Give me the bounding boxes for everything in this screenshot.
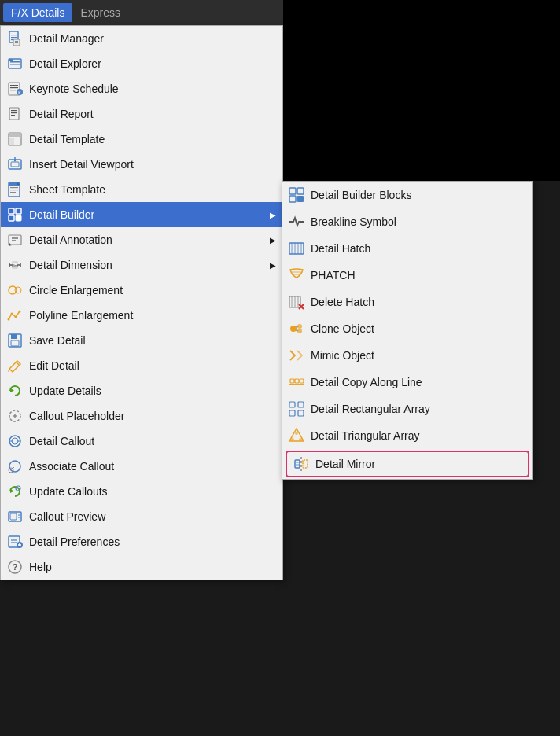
menu-item-callout-placeholder-label: Callout Placeholder — [29, 410, 276, 422]
menu-item-insert-detail-viewport[interactable]: Insert Detail Viewport — [1, 152, 282, 177]
svg-text:dim: dim — [12, 263, 18, 268]
hatch-icon — [287, 239, 306, 258]
detail-annotation-arrow: ▶ — [270, 236, 276, 245]
svg-rect-56 — [11, 334, 17, 339]
svg-rect-86 — [297, 188, 304, 194]
explorer-icon — [6, 54, 24, 73]
submenu-item-detail-triangular-array[interactable]: Detail Triangular Array — [282, 422, 532, 449]
blocks-icon — [287, 186, 306, 204]
svg-point-48 — [15, 287, 21, 293]
submenu-item-detail-rectangular-array[interactable]: Detail Rectangular Array — [282, 396, 532, 422]
menu-item-detail-callout[interactable]: Detail Callout — [1, 429, 282, 454]
submenu-item-detail-copy-along-line[interactable]: Detail Copy Along Line — [282, 369, 532, 396]
menu-bar: F/X Details Express — [0, 0, 283, 25]
menu-item-callout-preview[interactable]: Callout Preview — [1, 504, 282, 529]
rect-array-icon — [287, 399, 306, 418]
menu-item-detail-preferences-label: Detail Preferences — [29, 535, 276, 548]
svg-rect-8 — [10, 61, 20, 63]
update-callouts-icon — [6, 482, 24, 501]
submenu-item-detail-hatch[interactable]: Detail Hatch — [282, 235, 532, 262]
menu-item-edit-detail-label: Edit Detail — [29, 359, 276, 372]
svg-rect-120 — [295, 460, 300, 468]
menu-item-keynote-schedule[interactable]: K Keynote Schedule — [1, 76, 282, 101]
menu-item-associate-callout-label: Associate Callout — [29, 460, 276, 473]
svg-marker-71 — [10, 489, 14, 493]
menu-item-callout-preview-label: Callout Preview — [29, 510, 276, 523]
svg-rect-12 — [10, 85, 18, 86]
svg-rect-13 — [10, 87, 18, 88]
menu-item-edit-detail[interactable]: Edit Detail — [1, 353, 282, 378]
menubar-fx-details[interactable]: F/X Details — [3, 3, 72, 22]
detail-dimension-arrow: ▶ — [270, 261, 276, 270]
svg-point-117 — [291, 438, 294, 441]
submenu-item-breakline-symbol[interactable]: Breakline Symbol — [282, 208, 532, 235]
svg-rect-34 — [9, 208, 14, 214]
tri-array-icon — [287, 426, 306, 445]
svg-rect-38 — [9, 235, 21, 245]
svg-rect-112 — [298, 402, 304, 407]
submenu-item-delete-hatch-label: Delete Hatch — [311, 296, 374, 308]
menu-item-circle-enlargement[interactable]: Circle Enlargement — [1, 278, 282, 303]
submenu-item-detail-hatch-label: Detail Hatch — [311, 242, 370, 255]
submenu-item-phatch[interactable]: PHATCH — [282, 262, 532, 289]
menu-item-detail-report[interactable]: Detail Report — [1, 101, 282, 127]
delete-hatch-icon — [287, 293, 306, 311]
menu-item-update-callouts[interactable]: Update Callouts — [1, 479, 282, 504]
svg-text:?: ? — [13, 562, 18, 572]
menu-item-update-details-label: Update Details — [29, 385, 276, 397]
menu-item-update-callouts-label: Update Callouts — [29, 485, 276, 498]
menu-item-detail-explorer[interactable]: Detail Explorer — [1, 51, 282, 76]
svg-rect-110 — [300, 379, 304, 383]
svg-marker-60 — [10, 388, 14, 392]
svg-rect-121 — [303, 460, 308, 468]
submenu-item-mimic-object[interactable]: Mimic Object — [282, 342, 532, 369]
svg-rect-37 — [16, 215, 21, 221]
menu-item-help[interactable]: ? Help — [1, 554, 282, 580]
menu-item-polyline-enlargement[interactable]: Polyline Enlargement — [1, 303, 282, 328]
svg-rect-57 — [11, 340, 19, 346]
menu-item-update-details[interactable]: Update Details — [1, 378, 282, 403]
menu-item-detail-explorer-label: Detail Explorer — [29, 57, 276, 70]
preview-icon — [6, 507, 24, 526]
menu-item-callout-placeholder[interactable]: Callout Placeholder — [1, 403, 282, 429]
menu-item-sheet-template[interactable]: Sheet Template — [1, 177, 282, 202]
menu-item-sheet-template-label: Sheet Template — [29, 183, 276, 196]
menu-item-detail-report-label: Detail Report — [29, 108, 276, 120]
help-icon: ? — [6, 558, 24, 576]
svg-point-118 — [299, 438, 302, 441]
detail-builder-arrow: ▶ — [270, 211, 276, 219]
menu-item-save-detail[interactable]: Save Detail — [1, 328, 282, 353]
svg-point-102 — [290, 326, 297, 332]
submenu-item-detail-triangular-array-label: Detail Triangular Array — [311, 429, 420, 442]
menu-item-associate-callout[interactable]: Associate Callout — [1, 454, 282, 479]
svg-rect-74 — [10, 513, 17, 520]
submenu-item-breakline-symbol-label: Breakline Symbol — [311, 215, 396, 228]
svg-rect-109 — [295, 379, 299, 383]
phatch-icon — [287, 266, 306, 285]
dimension-icon: dim — [6, 256, 24, 274]
submenu-item-clone-object[interactable]: Clone Object — [282, 315, 532, 342]
svg-line-59 — [9, 369, 9, 372]
menu-item-detail-callout-label: Detail Callout — [29, 435, 276, 447]
svg-rect-19 — [11, 112, 17, 113]
menubar-express[interactable]: Express — [72, 3, 128, 22]
menu-item-detail-manager[interactable]: Detail Manager — [1, 26, 282, 51]
svg-rect-20 — [11, 115, 15, 116]
menu-item-detail-template[interactable]: Detail Template — [1, 127, 282, 152]
template-icon — [6, 130, 24, 149]
menu-item-detail-builder[interactable]: Detail Builder ▶ — [1, 202, 282, 227]
menu-item-detail-manager-label: Detail Manager — [29, 32, 276, 45]
submenu-item-detail-mirror[interactable]: Detail Mirror — [286, 451, 529, 477]
menu-item-detail-preferences[interactable]: Detail Preferences — [1, 529, 282, 554]
submenu-item-phatch-label: PHATCH — [311, 269, 356, 282]
menu-item-save-detail-label: Save Detail — [29, 334, 276, 347]
svg-rect-111 — [289, 402, 295, 407]
menu-item-detail-dimension[interactable]: dim Detail Dimension ▶ — [1, 252, 282, 278]
submenu-item-detail-builder-blocks[interactable]: Detail Builder Blocks — [282, 182, 532, 208]
svg-rect-22 — [9, 133, 21, 137]
svg-point-51 — [8, 318, 10, 321]
sheet-icon — [6, 180, 24, 199]
svg-rect-25 — [11, 162, 19, 167]
menu-item-detail-annotation[interactable]: Detail Annotation ▶ — [1, 227, 282, 252]
submenu-item-delete-hatch[interactable]: Delete Hatch — [282, 289, 532, 315]
